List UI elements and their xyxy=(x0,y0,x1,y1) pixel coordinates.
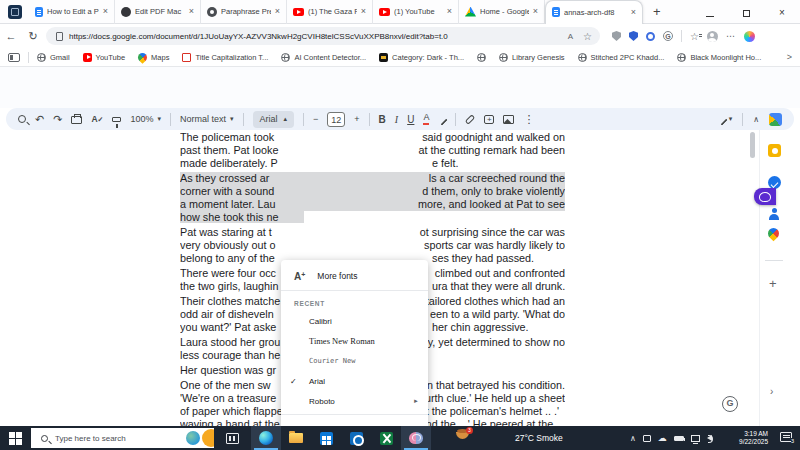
tray-window-icon[interactable] xyxy=(643,435,651,442)
tab-close-icon[interactable]: × xyxy=(631,8,636,17)
tab-close-icon[interactable]: × xyxy=(533,7,538,16)
onedrive-cloud-icon[interactable]: ☁ xyxy=(658,434,667,443)
task-view-icon[interactable] xyxy=(226,433,239,444)
tab-close-icon[interactable]: × xyxy=(361,7,366,16)
reload-icon[interactable]: ↻ xyxy=(22,30,44,43)
favorite-star-icon[interactable]: ☆ xyxy=(583,31,592,42)
insert-image-icon[interactable] xyxy=(503,115,514,124)
page-info-icon[interactable] xyxy=(56,32,63,41)
tab-close-icon[interactable]: × xyxy=(189,7,194,16)
browser-menu-icon[interactable]: ⋯ xyxy=(726,31,736,41)
bookmark-item[interactable]: Gmail xyxy=(37,53,70,62)
tab-close-icon[interactable]: × xyxy=(275,7,280,16)
bookmark-item[interactable]: Category: Dark - Th... xyxy=(379,53,464,62)
taskbar-outlook-icon[interactable] xyxy=(341,426,371,450)
copilot-icon[interactable] xyxy=(744,31,755,42)
extension-ring-icon[interactable] xyxy=(646,32,655,41)
hide-side-panel-icon[interactable]: › xyxy=(770,386,773,397)
extension-colorful-icon[interactable] xyxy=(769,113,782,126)
taskbar-store-icon[interactable] xyxy=(311,426,341,450)
browser-tab[interactable]: (1) YouTube× xyxy=(373,0,459,24)
spellcheck-icon[interactable]: A✓ xyxy=(91,114,103,124)
google-maps-icon[interactable] xyxy=(766,226,782,242)
extension-shield-icon[interactable] xyxy=(612,31,621,41)
zoom-select[interactable]: 100% ▾ xyxy=(130,114,161,124)
get-addons-icon[interactable]: + xyxy=(769,276,777,291)
font-family-select[interactable]: Arial ▴ xyxy=(253,111,295,128)
document-scrollbar[interactable] xyxy=(750,132,755,158)
add-comment-icon[interactable]: + xyxy=(484,115,494,124)
tray-expand-icon[interactable]: ∧ xyxy=(630,434,636,443)
browser-tab[interactable]: How to Edit a P× xyxy=(29,0,115,24)
tab-close-icon[interactable]: × xyxy=(447,7,452,16)
insert-link-icon[interactable] xyxy=(465,114,476,125)
bookmark-item[interactable]: YouTube xyxy=(83,52,125,62)
bookmark-item[interactable] xyxy=(477,53,486,62)
start-button[interactable] xyxy=(9,432,22,445)
url-field[interactable]: https://docs.google.com/document/d/1JUoU… xyxy=(46,27,600,45)
url-text[interactable]: https://docs.google.com/document/d/1JUoU… xyxy=(69,32,448,41)
minimize-button[interactable] xyxy=(692,3,728,21)
taskbar-clock[interactable]: 3:19 AM 9/22/2025 xyxy=(739,430,768,446)
browser-tab[interactable]: Edit PDF Mac× xyxy=(115,0,201,24)
taskbar-explorer-icon[interactable] xyxy=(281,426,311,450)
bookmarks-panel-icon[interactable] xyxy=(8,53,20,62)
paragraph-style-select[interactable]: Normal text ▾ xyxy=(180,114,234,124)
google-keep-icon[interactable] xyxy=(768,144,781,157)
bookmark-item[interactable]: Title Capitalization T... xyxy=(182,53,268,62)
browser-tab[interactable]: Home - Google× xyxy=(459,0,545,24)
underline-button[interactable]: U xyxy=(407,114,414,125)
more-fonts-item[interactable]: A+ More fonts xyxy=(281,265,428,287)
browser-tab[interactable]: Paraphrase Pre× xyxy=(201,0,287,24)
taskbar-edge-icon[interactable] xyxy=(251,426,281,450)
font-menu-item[interactable]: Amatic SC xyxy=(281,418,428,426)
italic-button[interactable]: I xyxy=(395,114,398,125)
browser-tab[interactable]: (1) The Gaza Flo× xyxy=(287,0,373,24)
editing-mode-icon[interactable] xyxy=(716,114,727,125)
originality-widget-icon[interactable] xyxy=(754,188,776,205)
contacts-icon[interactable] xyxy=(768,208,780,220)
new-tab-button[interactable]: + xyxy=(653,4,661,19)
redo-icon[interactable]: ↷ xyxy=(53,114,62,125)
font-menu-item[interactable]: Times New Roman xyxy=(281,331,428,351)
bookmark-item[interactable]: AI Content Detector... xyxy=(281,53,366,62)
g-assistant-badge[interactable]: G xyxy=(722,396,738,412)
font-menu-item[interactable]: Courier New xyxy=(281,351,428,371)
taskbar-brain-app-icon[interactable] xyxy=(401,426,431,450)
font-size-decrease[interactable]: − xyxy=(313,114,318,124)
tab-close-icon[interactable]: × xyxy=(103,7,108,16)
font-menu-item[interactable]: Roboto► xyxy=(281,391,428,411)
notification-center-icon[interactable]: 3 xyxy=(780,432,792,442)
undo-icon[interactable]: ↶ xyxy=(35,114,44,125)
favorites-list-icon[interactable]: ☆ xyxy=(690,31,699,42)
more-toolbar-icon[interactable]: ⋮ xyxy=(523,114,534,125)
highlight-color-icon[interactable] xyxy=(437,114,448,125)
font-menu-item[interactable]: Calibri xyxy=(281,311,428,331)
food-widget-icon[interactable]: 3 xyxy=(456,432,469,439)
taskbar-excel-icon[interactable] xyxy=(371,426,401,450)
text-color-button[interactable]: A xyxy=(423,113,429,125)
back-icon[interactable]: ← xyxy=(0,30,22,42)
search-menus-icon[interactable] xyxy=(18,115,26,123)
read-aloud-icon[interactable]: A xyxy=(568,32,573,41)
bookmark-item[interactable]: Library Genesis xyxy=(499,53,565,62)
maximize-button[interactable] xyxy=(728,3,764,21)
vpn-shield-icon[interactable] xyxy=(629,31,638,41)
font-size-field[interactable]: 12 xyxy=(327,112,345,127)
paint-format-icon[interactable] xyxy=(112,117,121,122)
bold-button[interactable]: B xyxy=(379,114,386,125)
print-icon[interactable] xyxy=(71,116,82,124)
bookmark-item[interactable]: Maps xyxy=(138,53,169,62)
browser-tab[interactable]: annas-arch-df8× xyxy=(545,0,643,24)
font-size-increase[interactable]: + xyxy=(354,114,359,124)
volume-icon[interactable] xyxy=(707,435,712,441)
document-canvas[interactable]: The policeman tooksaid goodnight and wal… xyxy=(0,130,800,426)
extension-g-icon[interactable]: G xyxy=(663,31,673,41)
bookmark-item[interactable]: Black Moonlight Ho... xyxy=(677,53,761,62)
taskbar-search-field[interactable]: Type here to search xyxy=(31,428,214,448)
font-menu-item[interactable]: ✓Arial xyxy=(281,371,428,391)
tab-workspaces-icon[interactable] xyxy=(8,5,22,19)
bookmark-item[interactable]: Stitched 2PC Khadd... xyxy=(578,53,665,62)
network-icon[interactable] xyxy=(691,435,700,442)
weather-widget[interactable]: 27°C Smoke xyxy=(515,433,563,443)
